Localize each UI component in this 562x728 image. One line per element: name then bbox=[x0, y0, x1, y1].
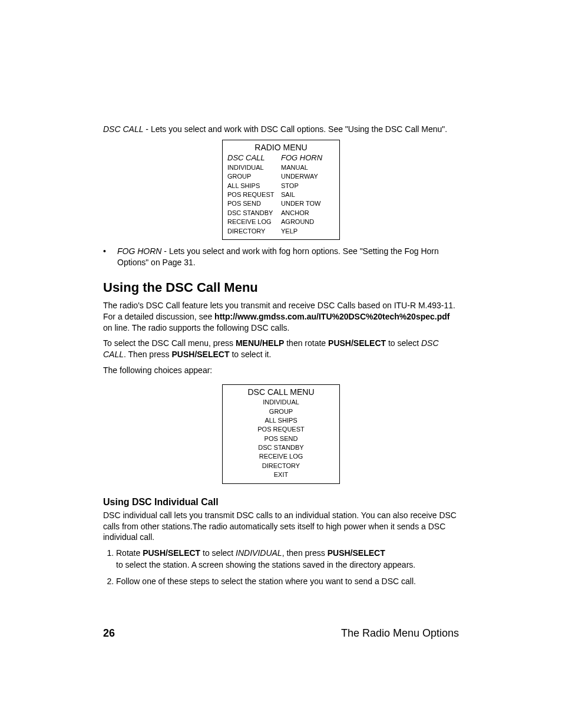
radio-menu-col-dsc: DSC CALL INDIVIDUAL GROUP ALL SHIPS POS … bbox=[227, 153, 281, 236]
s1c: , then press bbox=[282, 548, 328, 558]
bullet-icon: • bbox=[103, 246, 117, 268]
dsc-menu-item: POS SEND bbox=[227, 434, 335, 443]
section-heading: Using the DSC Call Menu bbox=[103, 280, 459, 295]
p2a: To select the DSC Call menu, press bbox=[103, 338, 236, 348]
radio-col1-item: DSC STANDBY bbox=[227, 209, 281, 218]
s1ital: INDIVIDUAL bbox=[236, 548, 282, 558]
s1d: to select the station. A screen showing … bbox=[116, 560, 415, 569]
footer-page-number: 26 bbox=[103, 627, 115, 640]
page-footer: 26 The Radio Menu Options bbox=[103, 627, 459, 640]
p2b3: PUSH/SELECT bbox=[171, 350, 229, 359]
dsc-menu-item: DSC STANDBY bbox=[227, 443, 335, 452]
radio-menu-box: RADIO MENU DSC CALL INDIVIDUAL GROUP ALL… bbox=[222, 140, 340, 240]
radio-col1-item: INDIVIDUAL bbox=[227, 163, 281, 172]
foghorn-bullet: • FOG HORN - Lets you select and work wi… bbox=[103, 246, 459, 268]
radio-col1-item: ALL SHIPS bbox=[227, 182, 281, 190]
radio-col1-item: POS SEND bbox=[227, 199, 281, 208]
p2e: . Then press bbox=[124, 350, 171, 359]
radio-col2-item: UNDERWAY bbox=[281, 172, 335, 181]
dsc-menu-item: GROUP bbox=[227, 407, 335, 416]
bullet-body: FOG HORN - Lets you select and work with… bbox=[117, 246, 459, 268]
radio-col1-item: GROUP bbox=[227, 172, 281, 181]
step-2: Follow one of these steps to select the … bbox=[116, 576, 459, 588]
para1-b: on line. The radio supports the followin… bbox=[103, 323, 289, 332]
radio-col1-item: POS REQUEST bbox=[227, 190, 281, 199]
section-para-2: To select the DSC Call menu, press MENU/… bbox=[103, 338, 459, 360]
step-1: Rotate PUSH/SELECT to select INDIVIDUAL,… bbox=[116, 548, 459, 571]
foghorn-label: FOG HORN bbox=[117, 246, 161, 256]
p2c: then rotate bbox=[284, 338, 328, 348]
dsc-menu-title: DSC CALL MENU bbox=[227, 387, 335, 397]
radio-col2-item: YELP bbox=[281, 227, 335, 236]
dsc-menu-item: DIRECTORY bbox=[227, 462, 335, 470]
dsc-menu-item: EXIT bbox=[227, 470, 335, 479]
subsection-para: DSC individual call lets you transmit DS… bbox=[103, 510, 459, 543]
radio-menu-title: RADIO MENU bbox=[227, 143, 335, 152]
s1b1: PUSH/SELECT bbox=[143, 548, 200, 558]
dsc-menu-item: RECEIVE LOG bbox=[227, 452, 335, 461]
radio-col2-item: UNDER TOW bbox=[281, 199, 335, 208]
p2d: to select bbox=[386, 338, 421, 348]
radio-col1-item: RECEIVE LOG bbox=[227, 218, 281, 226]
subsection-heading: Using DSC Individual Call bbox=[103, 497, 459, 508]
radio-col2-item: AGROUND bbox=[281, 218, 335, 226]
dsc-call-menu-box: DSC CALL MENU INDIVIDUAL GROUP ALL SHIPS… bbox=[222, 384, 340, 484]
radio-col2-item: STOP bbox=[281, 182, 335, 190]
radio-col2-item: MANUAL bbox=[281, 163, 335, 172]
dsc-menu-item: INDIVIDUAL bbox=[227, 398, 335, 407]
radio-menu-columns: DSC CALL INDIVIDUAL GROUP ALL SHIPS POS … bbox=[227, 153, 335, 236]
p2f: to select it. bbox=[230, 350, 272, 359]
s1b2: PUSH/SELECT bbox=[328, 548, 385, 558]
p2b2: PUSH/SELECT bbox=[328, 338, 386, 348]
steps-list: Rotate PUSH/SELECT to select INDIVIDUAL,… bbox=[103, 548, 459, 587]
radio-col2-head: FOG HORN bbox=[281, 153, 335, 162]
intro-label: DSC CALL bbox=[103, 124, 143, 134]
radio-menu-col-fog: FOG HORN MANUAL UNDERWAY STOP SAIL UNDER… bbox=[281, 153, 335, 236]
intro-text: - Lets you select and work with DSC Call… bbox=[143, 124, 447, 134]
dsc-menu-item: POS REQUEST bbox=[227, 425, 335, 434]
dsc-menu-item: ALL SHIPS bbox=[227, 416, 335, 425]
radio-col1-head: DSC CALL bbox=[227, 153, 281, 162]
para1-url: http://www.gmdss.com.au/ITU%20DSC%20tech… bbox=[214, 312, 449, 321]
document-page: DSC CALL - Lets you select and work with… bbox=[0, 0, 562, 728]
radio-col1-item: DIRECTORY bbox=[227, 227, 281, 236]
section-para-3: The following choices appear: bbox=[103, 365, 459, 376]
footer-chapter-title: The Radio Menu Options bbox=[341, 627, 459, 640]
s1b: to select bbox=[200, 548, 236, 558]
radio-col2-item: SAIL bbox=[281, 190, 335, 199]
s1a: Rotate bbox=[116, 548, 143, 558]
radio-col2-item: ANCHOR bbox=[281, 209, 335, 218]
p2b1: MENU/HELP bbox=[236, 338, 284, 348]
foghorn-text: - Lets you select and work with fog horn… bbox=[117, 246, 439, 267]
intro-dsc-call: DSC CALL - Lets you select and work with… bbox=[103, 124, 459, 135]
section-para-1: The radio's DSC Call feature lets you tr… bbox=[103, 300, 459, 334]
